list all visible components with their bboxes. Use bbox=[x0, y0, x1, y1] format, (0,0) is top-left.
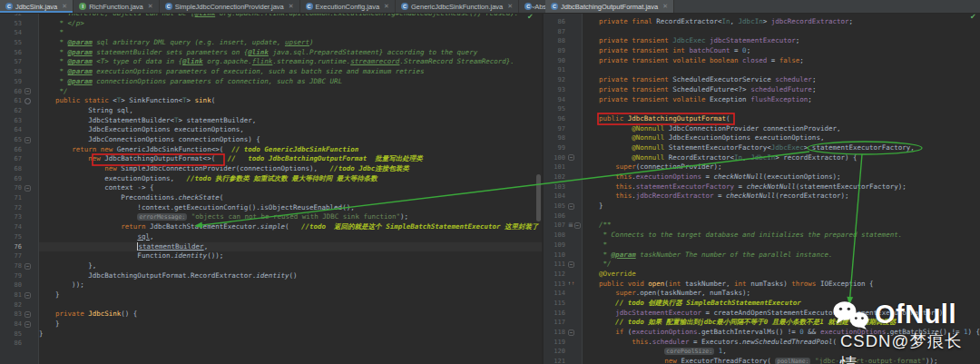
gutter-cell[interactable]: 91 bbox=[544, 65, 583, 75]
tab-genericjdbcsinkfunction-java[interactable]: CGenericJdbcSinkFunction.java✕ bbox=[396, 0, 519, 13]
code-line-83[interactable]: 83− private JdbcSink() { bbox=[0, 310, 542, 320]
gutter-cell[interactable]: 77 bbox=[0, 251, 39, 261]
code-line-63[interactable]: 63 JdbcStatementBuilder<T> statementBuil… bbox=[0, 116, 542, 126]
override-marker-icon[interactable]: ↑ bbox=[572, 280, 574, 287]
code-line-110[interactable]: 110 * @param taskNumber The number of th… bbox=[544, 251, 980, 261]
gutter-cell[interactable]: 53 bbox=[0, 19, 39, 29]
code-line-96[interactable]: 96 public JdbcBatchingOutputFormat( bbox=[544, 114, 980, 124]
gutter-cell[interactable]: 95 bbox=[544, 104, 583, 114]
fold-icon[interactable]: − bbox=[24, 292, 31, 299]
code-line-85[interactable]: 85} bbox=[0, 330, 542, 339]
code-line-56[interactable]: 56 * @param statementBuilder sets parame… bbox=[0, 48, 542, 58]
code-line-103[interactable]: 103 this.statementExecutorFactory = chec… bbox=[544, 182, 980, 192]
gutter-cell[interactable]: 101 bbox=[544, 162, 583, 172]
gutter-cell[interactable]: 98 bbox=[544, 133, 583, 143]
fold-icon[interactable]: − bbox=[24, 88, 31, 94]
code-line-78[interactable]: 78− }, bbox=[0, 261, 542, 271]
gutter-cell[interactable]: 100− bbox=[544, 153, 583, 163]
hidden-tabs-chevron-icon[interactable]: ⌄ bbox=[530, 0, 537, 12]
fold-icon[interactable]: − bbox=[568, 203, 574, 210]
code-line-62[interactable]: 62 String sql, bbox=[0, 106, 542, 116]
tab-richfunction-java[interactable]: IRichFunction.java✕ bbox=[74, 0, 160, 13]
code-line-59[interactable]: 59 * @param connectionOptions parameters… bbox=[0, 77, 542, 87]
code-line-93[interactable]: 93 private transient ScheduledFuture<?> … bbox=[544, 85, 980, 95]
code-line-94[interactable]: 94 private transient volatile Exception … bbox=[544, 95, 980, 105]
gutter-cell[interactable]: 105− bbox=[544, 202, 583, 212]
gutter-cell[interactable]: 88 bbox=[544, 36, 583, 46]
code-line-57[interactable]: 57 * @param <T> type of data in {@link o… bbox=[0, 57, 542, 67]
code-line-105[interactable]: 105− } bbox=[544, 202, 980, 212]
code-line-102[interactable]: 102 this.executionOptions = checkNotNull… bbox=[544, 172, 980, 182]
fold-icon[interactable]: − bbox=[24, 185, 31, 192]
gutter-cell[interactable]: 112 bbox=[544, 270, 583, 280]
code-line-77[interactable]: 77 Function.identity()); bbox=[0, 251, 542, 261]
override-marker-icon[interactable]: ↑ bbox=[568, 280, 571, 287]
gutter-cell[interactable]: 59 bbox=[0, 77, 39, 87]
gutter-cell[interactable]: 75 bbox=[0, 232, 39, 242]
code-line-79[interactable]: 79 JdbcBatchingOutputFormat.RecordExtrac… bbox=[0, 271, 542, 281]
gutter-cell[interactable]: 84− bbox=[0, 320, 39, 330]
gutter-cell[interactable]: 65− bbox=[0, 135, 39, 145]
gutter-cell[interactable]: 114 bbox=[544, 289, 583, 299]
gutter-cell[interactable]: 63 bbox=[0, 116, 39, 126]
gutter-cell[interactable]: 86 bbox=[0, 339, 39, 349]
gutter-cell[interactable]: 57 bbox=[0, 57, 39, 67]
gutter-cell[interactable]: 102 bbox=[544, 172, 583, 182]
gutter-cell[interactable]: 104 bbox=[544, 192, 583, 202]
code-line-99[interactable]: 99 @Nonnull StatementExecutorFactory<Jdb… bbox=[544, 143, 980, 153]
gutter-cell[interactable]: 66 bbox=[0, 145, 39, 155]
code-line-111[interactable]: 111− */ bbox=[544, 260, 980, 270]
code-line-80[interactable]: 80 )); bbox=[0, 280, 542, 290]
gutter-cell[interactable]: 96 bbox=[544, 114, 583, 124]
gutter-cell[interactable]: 99 bbox=[544, 143, 583, 153]
tab-close-icon[interactable]: ✕ bbox=[148, 3, 153, 10]
code-line-69[interactable]: 69 executionOptions, //todo 执行参数类 如重试次数 … bbox=[0, 174, 542, 184]
code-line-90[interactable]: 90 private transient volatile boolean cl… bbox=[544, 56, 980, 66]
gutter-cell[interactable]: 106 bbox=[544, 212, 583, 221]
gutter-cell[interactable]: 81− bbox=[0, 290, 39, 300]
gutter-cell[interactable]: 64 bbox=[0, 125, 39, 135]
code-line-53[interactable]: 53 * </p> bbox=[0, 19, 542, 29]
gutter-cell[interactable]: 115 bbox=[544, 299, 583, 309]
tab-close-icon[interactable]: ✕ bbox=[62, 3, 67, 10]
gutter-cell[interactable]: 113↑↑ bbox=[544, 280, 583, 290]
tab-close-icon[interactable]: ✕ bbox=[507, 3, 513, 10]
code-line-104[interactable]: 104 this.jdbcRecordExtractor = checkNotN… bbox=[544, 192, 980, 202]
gutter-cell[interactable]: 116 bbox=[544, 309, 583, 319]
fold-icon[interactable]: − bbox=[24, 311, 31, 318]
code-line-67[interactable]: 67 new JdbcBatchingOutputFormat<>( // to… bbox=[0, 154, 542, 164]
gutter-cell[interactable]: 85 bbox=[0, 330, 39, 339]
gutter-cell[interactable]: 92 bbox=[544, 75, 583, 85]
gutter-cell[interactable]: 67 bbox=[0, 154, 39, 164]
gutter-cell[interactable]: 83− bbox=[0, 310, 39, 320]
tab-close-icon[interactable]: ✕ bbox=[384, 3, 389, 10]
code-line-82[interactable]: 82 bbox=[0, 300, 542, 310]
code-line-88[interactable]: 88 private transient JdbcExec jdbcStatem… bbox=[544, 36, 980, 46]
gutter-cell[interactable]: 74 bbox=[0, 222, 39, 232]
gutter-cell[interactable]: 73 bbox=[0, 212, 39, 222]
left-editor-pane[interactable]: 52 * Therefore, objects can not be {@lin… bbox=[0, 13, 542, 364]
code-line-81[interactable]: 81− } bbox=[0, 290, 542, 300]
gutter-cell[interactable]: 54 bbox=[0, 28, 39, 38]
code-line-95[interactable]: 95 bbox=[544, 104, 980, 114]
code-line-66[interactable]: 66 return new GenericJdbcSinkFunction<>(… bbox=[0, 145, 542, 155]
code-line-86[interactable]: 86 bbox=[0, 339, 542, 349]
gutter-cell[interactable]: 109 bbox=[544, 241, 583, 251]
code-line-64[interactable]: 64 JdbcExecutionOptions executionOptions… bbox=[0, 125, 542, 135]
gutter-cell[interactable]: 107≣− bbox=[544, 221, 583, 231]
code-line-98[interactable]: 98 @Nonnull JdbcExecutionOptions executi… bbox=[544, 133, 980, 143]
gutter-cell[interactable]: 111− bbox=[544, 260, 583, 270]
gutter-cell[interactable]: 62 bbox=[0, 106, 39, 116]
code-line-61[interactable]: 61 public static <T> SinkFunction<T> sin… bbox=[0, 96, 542, 106]
code-line-74[interactable]: 74 return JdbcBatchStatementExecutor.sim… bbox=[0, 222, 542, 232]
gutter-cell[interactable]: 69 bbox=[0, 174, 39, 184]
gutter-cell[interactable]: 108 bbox=[544, 231, 583, 241]
code-line-108[interactable]: 108 * Connects to the target database an… bbox=[544, 231, 980, 241]
gutter-cell[interactable]: 72 bbox=[0, 203, 39, 213]
code-line-75[interactable]: 75 sql, bbox=[0, 232, 542, 242]
doc-render-toggle-icon[interactable]: ≣ bbox=[568, 221, 573, 231]
code-line-84[interactable]: 84− } bbox=[0, 320, 542, 330]
gutter-cell[interactable]: 71 bbox=[0, 193, 39, 203]
code-line-113[interactable]: 113↑↑ public void open(int taskNumber, i… bbox=[544, 280, 980, 290]
gutter-cell[interactable]: 68 bbox=[0, 164, 39, 174]
